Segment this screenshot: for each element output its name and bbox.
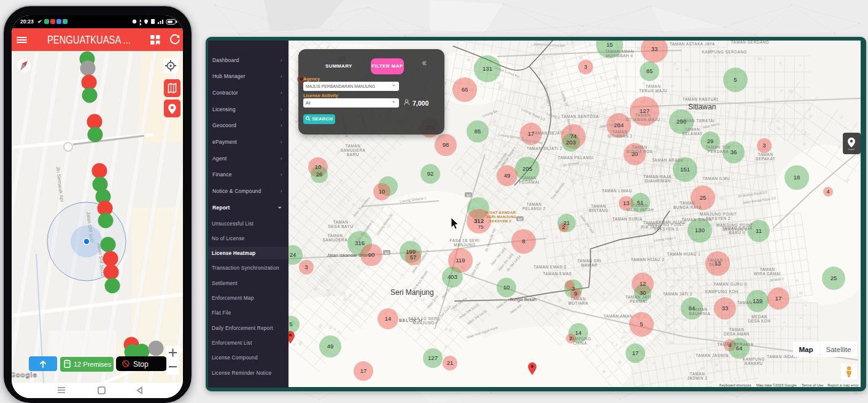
svg-text:11: 11 bbox=[756, 227, 762, 234]
svg-text:2: 2 bbox=[562, 224, 565, 230]
svg-text:TAMAN SEJATI: TAMAN SEJATI bbox=[532, 131, 564, 135]
svg-text:WIRA DAMAI: WIRA DAMAI bbox=[754, 272, 781, 276]
svg-text:TAMAN ILMU: TAMAN ILMU bbox=[703, 176, 730, 181]
svg-text:BUNGA ROS: BUNGA ROS bbox=[627, 149, 653, 154]
svg-text:Sitiawan: Sitiawan bbox=[688, 103, 716, 111]
svg-text:Satellite: Satellite bbox=[826, 346, 851, 353]
svg-text:TAMAN: TAMAN bbox=[635, 113, 651, 117]
svg-text:SEKSYEN 2: SEKSYEN 2 bbox=[489, 219, 511, 223]
svg-text:75: 75 bbox=[478, 224, 484, 230]
svg-text:TAMAN SURIA: TAMAN SURIA bbox=[612, 217, 642, 221]
svg-text:10: 10 bbox=[315, 163, 322, 170]
svg-text:BAUHINIA: BAUHINIA bbox=[689, 311, 711, 316]
svg-text:25: 25 bbox=[831, 275, 837, 281]
svg-text:TAMAN JATI: TAMAN JATI bbox=[626, 295, 651, 299]
svg-text:TAMAN: TAMAN bbox=[346, 144, 361, 148]
svg-text:MUTIARA: MUTIARA bbox=[568, 301, 589, 305]
svg-text:TAMAN TERATAI: TAMAN TERATAI bbox=[680, 119, 715, 123]
svg-text:TAMAN JATI 2: TAMAN JATI 2 bbox=[663, 292, 692, 296]
svg-text:MAJU INDAH: MAJU INDAH bbox=[627, 208, 654, 212]
svg-text:90: 90 bbox=[368, 251, 375, 258]
svg-text:12: 12 bbox=[640, 280, 646, 287]
svg-text:TAMAN HIJAU 2: TAMAN HIJAU 2 bbox=[631, 257, 665, 262]
svg-text:Keyboard shortcuts: Keyboard shortcuts bbox=[719, 383, 751, 387]
svg-text:4: 4 bbox=[826, 188, 829, 195]
svg-text:TERUS MAJU: TERUS MAJU bbox=[639, 88, 667, 93]
svg-text:24: 24 bbox=[290, 251, 296, 258]
svg-text:TAMAN SEJATI 2: TAMAN SEJATI 2 bbox=[527, 146, 562, 151]
svg-text:PUSAT BANDAR: PUSAT BANDAR bbox=[485, 211, 516, 214]
svg-text:PEGAWAI: PEGAWAI bbox=[519, 180, 539, 184]
svg-text:BINTANG: BINTANG bbox=[589, 208, 608, 213]
svg-text:TAMAN BERJAYA: TAMAN BERJAYA bbox=[718, 342, 754, 346]
svg-text:SITIAWAN MAJU: SITIAWAN MAJU bbox=[626, 117, 661, 122]
svg-text:SEPAKAT: SEPAKAT bbox=[756, 157, 775, 161]
svg-text:CHINA: CHINA bbox=[573, 341, 587, 345]
svg-text:119: 119 bbox=[455, 257, 465, 264]
svg-text:33: 33 bbox=[651, 45, 658, 52]
svg-text:15: 15 bbox=[606, 41, 613, 48]
svg-text:SAMUDERA: SAMUDERA bbox=[341, 148, 366, 152]
svg-text:TAMAN: TAMAN bbox=[632, 145, 648, 149]
svg-text:TAMAN ASTAKA JAYA: TAMAN ASTAKA JAYA bbox=[670, 42, 715, 46]
svg-text:Map data ©2023 Google: Map data ©2023 Google bbox=[756, 383, 797, 387]
svg-text:TAMAN: TAMAN bbox=[522, 176, 537, 180]
svg-text:151: 151 bbox=[680, 166, 690, 173]
svg-text:26: 26 bbox=[316, 171, 323, 178]
svg-text:DESA BAYU: DESA BAYU bbox=[328, 224, 354, 229]
svg-text:Jalan Iskandar Shah: Jalan Iskandar Shah bbox=[327, 252, 369, 258]
svg-text:127: 127 bbox=[428, 354, 438, 361]
svg-text:85: 85 bbox=[646, 68, 653, 74]
svg-text:BARU: BARU bbox=[347, 152, 359, 157]
svg-text:Stop: Stop bbox=[133, 360, 149, 369]
svg-text:TAMAN INDAH: TAMAN INDAH bbox=[767, 354, 797, 359]
svg-text:MEDAN: MEDAN bbox=[751, 315, 767, 319]
svg-text:KAMPUNG: KAMPUNG bbox=[743, 357, 765, 361]
svg-text:17: 17 bbox=[775, 295, 782, 302]
svg-text:TAMAN HIJAU 1: TAMAN HIJAU 1 bbox=[667, 252, 701, 256]
svg-text:TAMAN KASTURI: TAMAN KASTURI bbox=[683, 97, 718, 101]
svg-text:TAMAN: TAMAN bbox=[613, 130, 628, 134]
svg-text:TAMAN PELANGI: TAMAN PELANGI bbox=[558, 155, 594, 160]
svg-text:130: 130 bbox=[695, 227, 705, 233]
svg-text:TAMAN: TAMAN bbox=[690, 372, 705, 376]
svg-text:SHAHRIMAN: SHAHRIMAN bbox=[644, 179, 670, 183]
svg-text:TAMAN: TAMAN bbox=[692, 307, 708, 311]
svg-text:MANJUNG POINT: MANJUNG POINT bbox=[716, 223, 753, 227]
svg-text:9: 9 bbox=[574, 290, 577, 297]
svg-text:TAMAN: TAMAN bbox=[633, 203, 648, 208]
svg-text:14: 14 bbox=[385, 315, 392, 322]
svg-text:3: 3 bbox=[584, 63, 587, 70]
svg-text:JASMIN 2: JASMIN 2 bbox=[687, 376, 707, 380]
svg-text:TAMAN JASMIN: TAMAN JASMIN bbox=[696, 353, 729, 358]
svg-text:FASA 1B SERI: FASA 1B SERI bbox=[450, 238, 480, 243]
svg-text:13: 13 bbox=[623, 200, 630, 206]
svg-text:10: 10 bbox=[379, 188, 386, 195]
svg-text:Sungai Bekah: Sungai Bekah bbox=[510, 297, 537, 302]
svg-text:TAMAN: TAMAN bbox=[708, 258, 723, 262]
svg-text:TAMAN: TAMAN bbox=[685, 127, 700, 131]
svg-text:MAWAR: MAWAR bbox=[581, 263, 598, 267]
svg-text:3: 3 bbox=[304, 264, 308, 270]
svg-text:TAMAN EMAS: TAMAN EMAS bbox=[543, 272, 572, 276]
svg-text:57: 57 bbox=[410, 254, 417, 260]
svg-text:60: 60 bbox=[467, 194, 471, 197]
svg-text:60: 60 bbox=[518, 217, 522, 221]
svg-text:14: 14 bbox=[575, 329, 582, 336]
svg-text:TAMAN ARASU: TAMAN ARASU bbox=[652, 158, 683, 162]
svg-text:49: 49 bbox=[327, 343, 334, 350]
svg-text:17: 17 bbox=[632, 350, 639, 356]
svg-text:MUHIBBAH 4: MUHIBBAH 4 bbox=[606, 53, 634, 58]
svg-text:MANJUNG POINT: MANJUNG POINT bbox=[700, 212, 737, 216]
svg-text:TAMAN RAJA: TAMAN RAJA bbox=[643, 174, 672, 179]
svg-text:TAMAN: TAMAN bbox=[591, 204, 606, 208]
svg-text:33: 33 bbox=[722, 305, 729, 311]
svg-text:PELANGI 2: PELANGI 2 bbox=[522, 206, 546, 211]
svg-text:TAMAN LIMAU: TAMAN LIMAU bbox=[602, 189, 632, 193]
svg-text:66: 66 bbox=[462, 86, 468, 93]
svg-text:TAMAN: TAMAN bbox=[571, 297, 586, 301]
svg-text:12 Premises: 12 Premises bbox=[74, 361, 112, 368]
svg-text:36: 36 bbox=[730, 149, 737, 155]
svg-text:3: 3 bbox=[762, 142, 765, 149]
svg-text:98: 98 bbox=[443, 141, 449, 148]
